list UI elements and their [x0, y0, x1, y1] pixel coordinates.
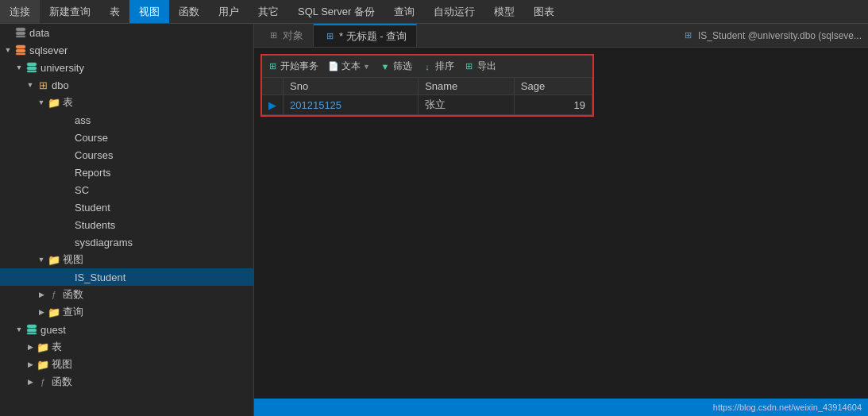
sysdiagrams-table-icon [59, 236, 71, 248]
row-arrow-cell: ▶ [262, 95, 284, 115]
main-content: data ▼ sqlsever ▼ [0, 24, 868, 416]
sidebar-item-guest-hanshu-label: 函数 [52, 375, 72, 389]
sidebar-item-university[interactable]: ▼ university [0, 59, 253, 76]
filter-icon: ▼ [380, 61, 391, 72]
svg-rect-8 [27, 71, 37, 72]
sidebar-item-ass[interactable]: ass [0, 111, 253, 129]
text-label: 文本 [341, 60, 361, 73]
menu-new-query[interactable]: 新建查询 [40, 0, 100, 23]
table-row[interactable]: ▶ 201215125 张立 19 [262, 95, 592, 115]
menu-query[interactable]: 查询 [384, 0, 424, 23]
svg-rect-2 [16, 36, 25, 37]
sidebar-item-ass-label: ass [75, 114, 91, 126]
sidebar-item-course[interactable]: Course [0, 129, 253, 146]
expand-data-icon [3, 28, 13, 37]
students-table-icon [59, 218, 71, 231]
col-sage: Sage [514, 78, 592, 95]
expand-shitu-icon: ▼ [37, 255, 46, 264]
sidebar-item-sysdiagrams[interactable]: sysdiagrams [0, 233, 253, 251]
expand-reports-icon [48, 168, 57, 177]
sidebar-item-hanshu-folder[interactable]: ▶ ƒ 函数 [0, 286, 253, 303]
text-button[interactable]: 📄 文本 ▼ [328, 60, 370, 73]
sidebar-item-shitu-folder[interactable]: ▼ 📁 视图 [0, 251, 253, 268]
sidebar-item-chaxun-label: 查询 [63, 305, 83, 319]
col-arrow [262, 78, 284, 95]
filter-label: 筛选 [393, 60, 412, 73]
sidebar-item-dbo[interactable]: ▼ ⊞ dbo [0, 76, 253, 94]
sidebar-item-guest-shitu[interactable]: ▶ 📁 视图 [0, 356, 253, 373]
tab-object[interactable]: ⊞ 对象 [257, 24, 314, 47]
tab-object-label: 对象 [283, 29, 303, 43]
shitu-folder-icon: 📁 [48, 253, 60, 266]
expand-student-icon [48, 202, 57, 212]
sort-button[interactable]: ↓ 排序 [422, 60, 454, 73]
status-url: https://blog.csdn.net/weixin_43914604 [713, 403, 862, 412]
tab-query-label: * 无标题 - 查询 [339, 29, 407, 44]
svg-rect-10 [27, 329, 37, 332]
chaxun-folder-icon: 📁 [48, 306, 60, 318]
svg-rect-5 [16, 53, 25, 55]
guest-biao-folder-icon: 📁 [37, 341, 49, 353]
right-area: ⊞ 对象 ⊞ * 无标题 - 查询 ⊞ IS_Student @universi… [254, 24, 868, 416]
sidebar-item-chaxun-folder[interactable]: ▶ 📁 查询 [0, 303, 253, 321]
svg-rect-7 [27, 67, 37, 70]
menu-other[interactable]: 其它 [249, 0, 288, 23]
menu-function[interactable]: 函数 [169, 0, 209, 23]
expand-guest-hanshu-icon: ▶ [25, 377, 35, 387]
sidebar-item-biao-label: 表 [63, 95, 73, 110]
sidebar-item-student[interactable]: Student [0, 198, 253, 216]
menu-view[interactable]: 视图 [129, 0, 169, 23]
student-table-icon [59, 201, 71, 214]
export-button[interactable]: ⊞ 导出 [464, 60, 496, 73]
is-student-table-icon [59, 271, 71, 283]
tab-query[interactable]: ⊞ * 无标题 - 查询 [314, 24, 417, 47]
sidebar-item-sqlsever[interactable]: ▼ sqlsever [0, 41, 253, 59]
sidebar-item-guest-hanshu[interactable]: ▶ ƒ 函数 [0, 373, 253, 391]
expand-hanshu-icon: ▶ [37, 290, 46, 299]
sidebar-item-data[interactable]: data [0, 24, 253, 41]
tab-bar: ⊞ 对象 ⊞ * 无标题 - 查询 ⊞ IS_Student @universi… [254, 24, 868, 48]
cell-sname: 张立 [419, 95, 515, 115]
guest-shitu-folder-icon: 📁 [37, 358, 49, 371]
menu-table[interactable]: 表 [100, 0, 129, 23]
menu-user[interactable]: 用户 [209, 0, 249, 23]
sidebar-item-sc[interactable]: SC [0, 181, 253, 198]
menu-model[interactable]: 模型 [484, 0, 524, 23]
sidebar-item-is-student[interactable]: IS_Student [0, 268, 253, 286]
university-db-icon [25, 61, 38, 74]
sidebar-item-reports[interactable]: Reports [0, 164, 253, 181]
sidebar-item-sqlsever-label: sqlsever [29, 44, 68, 56]
svg-rect-0 [16, 28, 25, 31]
dbo-schema-icon: ⊞ [37, 79, 49, 91]
menu-auto-run[interactable]: 自动运行 [424, 0, 484, 23]
status-bar: https://blog.csdn.net/weixin_43914604 [254, 399, 868, 416]
sidebar-item-courses[interactable]: Courses [0, 146, 253, 164]
biao-folder-icon: 📁 [48, 96, 60, 109]
filter-button[interactable]: ▼ 筛选 [380, 60, 412, 73]
right-tab-icon: ⊞ [682, 29, 695, 42]
expand-sc-icon [48, 185, 57, 195]
cell-sno: 201215125 [284, 95, 419, 115]
start-tx-icon: ⊞ [267, 61, 278, 72]
sidebar: data ▼ sqlsever ▼ [0, 24, 254, 416]
menu-chart[interactable]: 图表 [524, 0, 564, 23]
menu-connect[interactable]: 连接 [0, 0, 40, 23]
expand-courses-icon [48, 150, 57, 160]
svg-rect-4 [16, 49, 25, 52]
menu-backup[interactable]: SQL Server 备份 [288, 0, 384, 23]
sqlsever-db-icon [14, 44, 27, 56]
sidebar-item-guest[interactable]: ▼ guest [0, 321, 253, 338]
sidebar-item-dbo-label: dbo [52, 79, 69, 91]
sidebar-item-guest-label: guest [41, 324, 66, 336]
start-tx-button[interactable]: ⊞ 开始事务 [267, 60, 318, 73]
sidebar-item-reports-label: Reports [75, 167, 111, 179]
expand-dbo-icon: ▼ [25, 80, 35, 90]
expand-chaxun-icon: ▶ [37, 307, 46, 317]
sidebar-item-students[interactable]: Students [0, 216, 253, 233]
sidebar-item-guest-biao[interactable]: ▶ 📁 表 [0, 338, 253, 356]
sidebar-item-biao-folder[interactable]: ▼ 📁 表 [0, 94, 253, 111]
hanshu-folder-icon: ƒ [48, 288, 60, 301]
query-area: ⊞ 开始事务 📄 文本 ▼ ▼ 筛选 ↓ 排序 [254, 48, 868, 399]
export-label: 导出 [477, 60, 496, 73]
sidebar-item-shitu-label: 视图 [63, 252, 83, 267]
